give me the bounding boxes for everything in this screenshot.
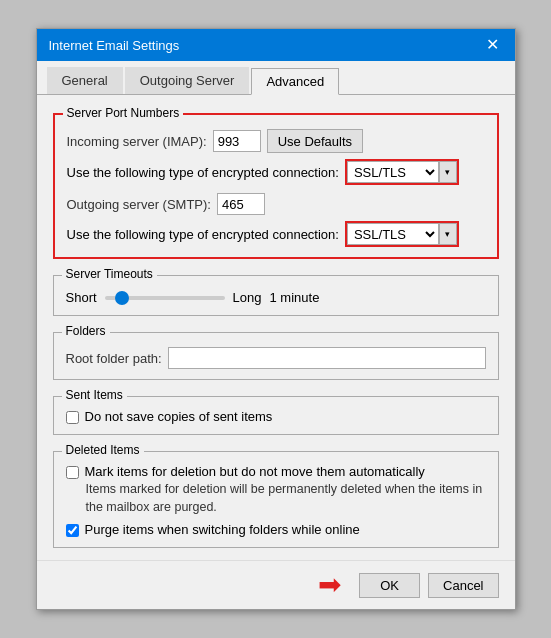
encrypted-conn-row-1: Use the following type of encrypted conn… <box>67 159 485 185</box>
server-port-numbers-group: Server Port Numbers Incoming server (IMA… <box>53 113 499 259</box>
content-area: Server Port Numbers Incoming server (IMA… <box>37 95 515 560</box>
mark-deletion-checkbox[interactable] <box>66 466 79 479</box>
server-timeouts-label: Server Timeouts <box>62 267 157 281</box>
ssl-chevron-2[interactable]: ▾ <box>439 223 457 245</box>
ssl-select-2[interactable]: None SSL/TLS Auto STARTTLS <box>347 223 439 245</box>
purge-items-label: Purge items when switching folders while… <box>85 522 486 537</box>
time-label: 1 minute <box>270 290 320 305</box>
encrypted-conn-label-1: Use the following type of encrypted conn… <box>67 165 339 180</box>
outgoing-server-label: Outgoing server (SMTP): <box>67 197 212 212</box>
incoming-server-input[interactable] <box>213 130 261 152</box>
sent-items-row: Do not save copies of sent items <box>66 409 486 424</box>
encrypted-conn-label-2: Use the following type of encrypted conn… <box>67 227 339 242</box>
tab-advanced[interactable]: Advanced <box>251 68 339 95</box>
long-label: Long <box>233 290 262 305</box>
root-folder-row: Root folder path: <box>66 347 486 369</box>
tab-general[interactable]: General <box>47 67 123 94</box>
arrow-area: ➡ <box>53 571 352 599</box>
cancel-button[interactable]: Cancel <box>428 573 498 598</box>
ssl-select-container-2: None SSL/TLS Auto STARTTLS ▾ <box>345 221 459 247</box>
incoming-server-row: Incoming server (IMAP): Use Defaults <box>67 129 485 153</box>
server-timeouts-group: Server Timeouts Short Long 1 minute <box>53 275 499 316</box>
ssl-select-inner-1: None SSL/TLS Auto STARTTLS ▾ <box>347 161 457 183</box>
tab-bar: General Outgoing Server Advanced <box>37 61 515 95</box>
timeout-slider-track[interactable] <box>105 296 225 300</box>
mark-deletion-label: Mark items for deletion but do not move … <box>85 464 486 479</box>
dialog-title: Internet Email Settings <box>49 38 180 53</box>
sent-items-group: Sent Items Do not save copies of sent it… <box>53 396 499 435</box>
short-label: Short <box>66 290 97 305</box>
dialog: Internet Email Settings ✕ General Outgoi… <box>36 28 516 610</box>
encrypted-conn-row-2: Use the following type of encrypted conn… <box>67 221 485 247</box>
root-folder-label: Root folder path: <box>66 351 162 366</box>
timeouts-slider-row: Short Long 1 minute <box>66 290 486 305</box>
deleted-items-group: Deleted Items Mark items for deletion bu… <box>53 451 499 548</box>
ssl-select-1[interactable]: None SSL/TLS Auto STARTTLS <box>347 161 439 183</box>
deletion-sub-text: Items marked for deletion will be perman… <box>86 481 486 516</box>
ok-button[interactable]: OK <box>359 573 420 598</box>
outgoing-server-row: Outgoing server (SMTP): <box>67 193 485 215</box>
tab-outgoing-server[interactable]: Outgoing Server <box>125 67 250 94</box>
ssl-select-inner-2: None SSL/TLS Auto STARTTLS ▾ <box>347 223 457 245</box>
ssl-select-container-1: None SSL/TLS Auto STARTTLS ▾ <box>345 159 459 185</box>
purge-items-checkbox[interactable] <box>66 524 79 537</box>
root-folder-input[interactable] <box>168 347 486 369</box>
deleted-items-row-1: Mark items for deletion but do not move … <box>66 464 486 479</box>
deleted-items-label: Deleted Items <box>62 443 144 457</box>
incoming-server-label: Incoming server (IMAP): <box>67 134 207 149</box>
outgoing-server-input[interactable] <box>217 193 265 215</box>
ssl-chevron-1[interactable]: ▾ <box>439 161 457 183</box>
use-defaults-button[interactable]: Use Defaults <box>267 129 363 153</box>
timeout-slider-thumb <box>115 291 129 305</box>
deleted-items-row-2: Purge items when switching folders while… <box>66 522 486 537</box>
close-button[interactable]: ✕ <box>482 37 503 53</box>
footer: ➡ OK Cancel <box>37 560 515 609</box>
sent-items-checkbox[interactable] <box>66 411 79 424</box>
sent-items-label: Sent Items <box>62 388 127 402</box>
right-arrow-icon: ➡ <box>318 571 341 599</box>
folders-label: Folders <box>62 324 110 338</box>
server-port-numbers-label: Server Port Numbers <box>63 106 184 120</box>
sent-items-checkbox-label: Do not save copies of sent items <box>85 409 486 424</box>
title-bar: Internet Email Settings ✕ <box>37 29 515 61</box>
folders-group: Folders Root folder path: <box>53 332 499 380</box>
